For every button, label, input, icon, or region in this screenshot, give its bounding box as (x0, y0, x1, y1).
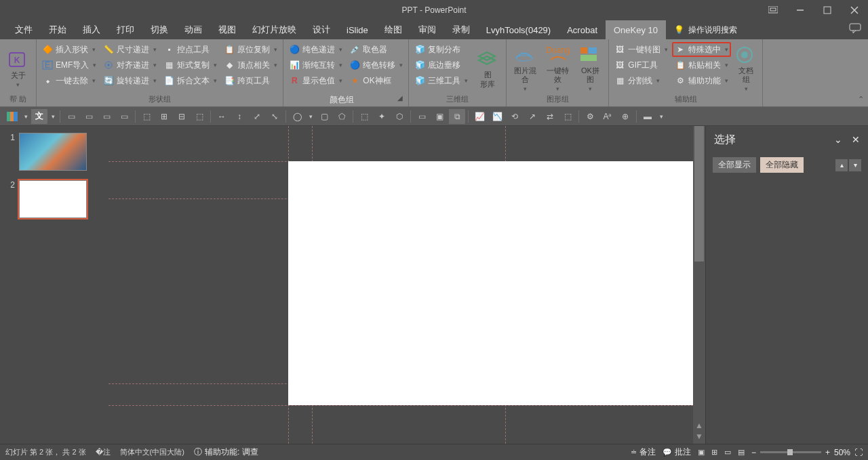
qat-btn-15[interactable]: ⬠ (334, 109, 350, 124)
tab-design[interactable]: 设计 (304, 20, 338, 39)
qat-btn-1[interactable]: ▭ (63, 109, 79, 124)
ok-collage-button[interactable]: OK拼 图▾ (574, 41, 606, 94)
qat-btn-27[interactable]: ⬚ (559, 109, 576, 124)
control-point-button[interactable]: ▪控点工具 (161, 42, 220, 57)
tab-view[interactable]: 视图 (210, 20, 244, 39)
tab-lvyhtools[interactable]: LvyhTools(0429) (478, 20, 559, 39)
solid-progress-button[interactable]: 🔵纯色递进▾ (286, 42, 345, 57)
gradient-swap-button[interactable]: 📊渐纯互转▾ (286, 58, 345, 72)
qat-btn-18[interactable]: ⬡ (391, 109, 408, 124)
zoom-value[interactable]: 50% (834, 448, 850, 457)
tab-home[interactable]: 开始 (41, 20, 75, 39)
qat-dd2[interactable]: ▾ (49, 109, 57, 124)
split-text-button[interactable]: 📄拆合文本▾ (161, 73, 220, 88)
pane-close-icon[interactable]: ✕ (852, 134, 860, 145)
paste-related-button[interactable]: 📋粘贴相关▾ (672, 58, 731, 72)
3d-tools-button[interactable]: 🧊三维工具▾ (412, 73, 471, 88)
show-all-button[interactable]: 全部显示 (713, 157, 756, 173)
slide-editor[interactable] (288, 161, 693, 405)
qat-btn-8[interactable]: ⬚ (191, 109, 208, 124)
ok-frame-button[interactable]: ★OK神框 (347, 73, 406, 88)
copy-dist-button[interactable]: 🧊复制分布 (412, 42, 471, 57)
minimize-icon[interactable] (787, 0, 814, 20)
insert-shape-button[interactable]: 🔶插入形状▾ (39, 42, 99, 57)
about-button[interactable]: K 关于 ▾ (3, 41, 33, 94)
aux-func-button[interactable]: ⚙辅助功能▾ (672, 73, 731, 88)
remove-button[interactable]: ⬥一键去除▾ (39, 73, 99, 88)
scrollbar-thumb[interactable] (694, 126, 704, 262)
qat-btn-2[interactable]: ▭ (81, 109, 97, 124)
hide-all-button[interactable]: 全部隐藏 (760, 157, 804, 173)
fit-window-icon[interactable]: ⛶ (854, 448, 863, 457)
qat-btn-16[interactable]: ⬚ (356, 109, 372, 124)
scroll-down-icon[interactable]: ▼ (693, 432, 705, 441)
pane-collapse-icon[interactable]: ⌄ (834, 134, 842, 145)
slide-canvas[interactable] (108, 126, 693, 444)
qat-btn-22[interactable]: 📈 (471, 109, 488, 124)
qat-btn-10[interactable]: ↕ (231, 109, 248, 124)
tab-animation[interactable]: 动画 (176, 20, 210, 39)
gif-tool-button[interactable]: 🖼GIF工具 (612, 58, 671, 72)
qat-dd4[interactable]: ▾ (657, 109, 665, 124)
qat-btn-21[interactable]: ⧉ (449, 109, 465, 124)
comments-button[interactable]: 💬 批注 (663, 446, 691, 458)
size-progress-button[interactable]: 📏尺寸递进▾ (100, 42, 159, 57)
ribbon-display-icon[interactable] (760, 0, 787, 20)
zoom-slider[interactable] (760, 451, 821, 453)
maximize-icon[interactable] (814, 0, 841, 20)
qat-btn-13[interactable]: ◯ (289, 109, 305, 124)
cross-page-button[interactable]: 📑跨页工具 (221, 73, 280, 88)
thumbnail-1[interactable]: 1 (5, 133, 103, 171)
move-down-icon[interactable]: ▾ (849, 159, 861, 171)
qat-text-icon[interactable]: 文 (31, 109, 47, 124)
vertical-scrollbar[interactable]: ▲ ▼ (693, 126, 705, 444)
tab-islide[interactable]: iSlide (338, 20, 376, 39)
to-image-button[interactable]: 🖼一键转图▾ (612, 42, 671, 57)
spellcheck-icon[interactable]: �注 (96, 447, 111, 457)
bottom-shift-button[interactable]: 🧊底边垂移 (412, 58, 471, 72)
align-progress-button[interactable]: 对齐递进▾ (100, 58, 159, 72)
qat-color-icon[interactable] (4, 109, 20, 124)
divider-button[interactable]: ▦分割线▾ (612, 73, 671, 88)
qat-btn-7[interactable]: ⊟ (174, 109, 190, 124)
notes-button[interactable]: ≐ 备注 (631, 446, 656, 458)
qat-btn-23[interactable]: 📉 (489, 109, 505, 124)
qat-btn-11[interactable]: ⤢ (249, 109, 265, 124)
show-color-button[interactable]: R显示色值▾ (286, 73, 345, 88)
emf-import-button[interactable]: EEMF导入▾ (39, 58, 99, 72)
qat-btn-20[interactable]: ▣ (431, 109, 448, 124)
reading-view-icon[interactable]: ▭ (724, 448, 731, 457)
color-transfer-button[interactable]: 🔵纯色转移▾ (347, 58, 406, 72)
collapse-ribbon-icon[interactable]: ⌃ (858, 95, 864, 104)
vertex-button[interactable]: ◆顶点相关▾ (221, 58, 280, 72)
matrix-copy-button[interactable]: ▦矩式复制▾ (161, 58, 220, 72)
qat-btn-31[interactable]: ▬ (639, 109, 656, 124)
tab-transition[interactable]: 切换 (142, 20, 176, 39)
rotate-progress-button[interactable]: 🔄旋转递进▾ (100, 73, 159, 88)
qat-btn-5[interactable]: ⬚ (138, 109, 155, 124)
tab-record[interactable]: 录制 (444, 20, 478, 39)
move-up-icon[interactable]: ▴ (835, 159, 848, 171)
qat-btn-12[interactable]: ⤡ (267, 109, 283, 124)
tab-insert[interactable]: 插入 (75, 20, 108, 39)
qat-btn-24[interactable]: ⟲ (507, 109, 523, 124)
accessibility-status[interactable]: ⓘ辅助功能: 调查 (194, 446, 258, 458)
qat-btn-14[interactable]: ▢ (316, 109, 332, 124)
qat-dd3[interactable]: ▾ (307, 109, 315, 124)
eyedropper-button[interactable]: 💉取色器 (347, 42, 406, 57)
normal-view-icon[interactable]: ▣ (698, 448, 705, 457)
qat-btn-17[interactable]: ✦ (374, 109, 390, 124)
language-status[interactable]: 简体中文(中国大陆) (120, 447, 184, 457)
qat-btn-30[interactable]: ⊕ (617, 109, 633, 124)
qat-btn-19[interactable]: ▭ (414, 109, 430, 124)
thumbnail-2[interactable]: 2 (5, 180, 103, 218)
qat-btn-9[interactable]: ↔ (214, 109, 230, 124)
tab-acrobat[interactable]: Acrobat (559, 20, 606, 39)
qat-btn-25[interactable]: ↗ (524, 109, 540, 124)
doc-group-button[interactable]: 文档 组▾ (732, 41, 760, 94)
qat-btn-6[interactable]: ⊞ (156, 109, 172, 124)
slideshow-view-icon[interactable]: ▤ (738, 448, 745, 457)
qat-btn-4[interactable]: ▭ (116, 109, 132, 124)
qat-btn-28[interactable]: ⚙ (582, 109, 598, 124)
tab-draw[interactable]: 绘图 (376, 20, 410, 39)
